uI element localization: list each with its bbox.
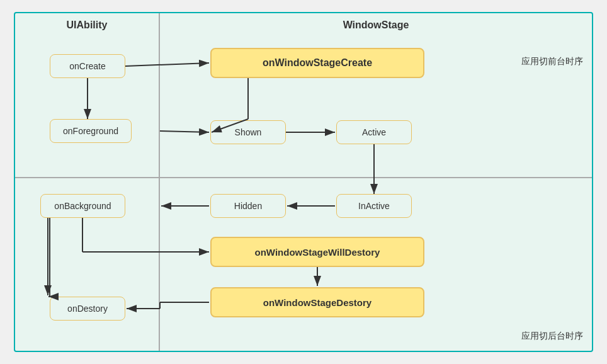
- right-h-divider: [160, 177, 592, 178]
- label-top-right: 应用切前台时序: [521, 56, 583, 67]
- right-title: WindowStage: [160, 13, 592, 34]
- ondestory-box: onDestory: [50, 297, 125, 321]
- onwindowstagecreate-box: onWindowStageCreate: [210, 48, 424, 78]
- label-bottom-right: 应用切后台时序: [521, 331, 583, 342]
- left-title: UIAbility: [15, 13, 159, 34]
- panel-left: UIAbility onCreate onForeground onBackgr…: [15, 13, 160, 351]
- active-box: Active: [336, 120, 412, 144]
- hidden-box: Hidden: [210, 194, 286, 218]
- onwindowstagewilldestory-box: onWindowStageWillDestory: [210, 237, 424, 267]
- panel-right: WindowStage onWindowStageCreate Shown Ac…: [160, 13, 592, 351]
- onwindowstagedestory-box: onWindowStageDestory: [210, 287, 424, 317]
- diagram-container: UIAbility onCreate onForeground onBackgr…: [14, 12, 593, 352]
- h-divider: [15, 177, 159, 178]
- oncreate-box: onCreate: [50, 54, 125, 78]
- inactive-box: InActive: [336, 194, 412, 218]
- onbackground-box: onBackground: [40, 194, 125, 218]
- shown-box: Shown: [210, 120, 286, 144]
- onforeground-box: onForeground: [50, 119, 132, 143]
